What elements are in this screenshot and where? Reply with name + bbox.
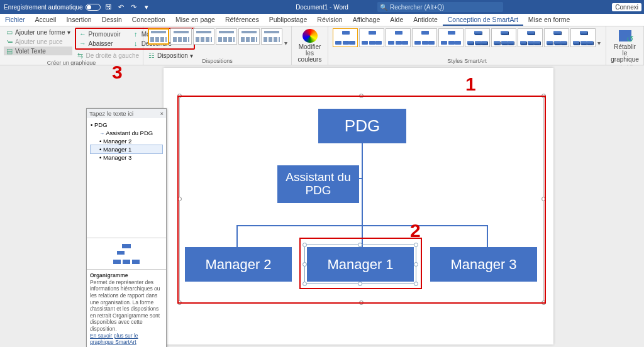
palette-icon: [303, 29, 318, 43]
group-colors: Modifier les couleurs: [292, 26, 328, 65]
text-pane-list[interactable]: PDG Assistant du PDG Manager 2 Manager 1…: [87, 118, 166, 238]
list-item[interactable]: Assistant du PDG: [91, 129, 162, 137]
style-thumb[interactable]: [465, 28, 490, 47]
list-item[interactable]: PDG: [91, 121, 162, 129]
tab-review[interactable]: Révision: [312, 14, 347, 26]
layout-thumb[interactable]: [193, 28, 214, 45]
account-button[interactable]: Connexi: [612, 3, 641, 11]
add-shape-icon: ▭: [6, 28, 13, 36]
style-thumb[interactable]: [359, 28, 384, 47]
workspace: 3 PDG Assistant du PDG Manager 2 Manager…: [0, 65, 644, 347]
undo-icon[interactable]: ↶: [117, 3, 126, 11]
tab-help[interactable]: Aide: [385, 14, 408, 26]
group-layouts: ▾ Dispositions: [143, 26, 292, 65]
style-thumb[interactable]: [518, 28, 543, 47]
style-thumb[interactable]: [544, 28, 569, 47]
annotation-box-2: [299, 238, 422, 289]
style-thumb[interactable]: [412, 28, 437, 47]
layout-thumb[interactable]: [238, 28, 260, 45]
layout-thumb[interactable]: [148, 28, 169, 45]
tab-home[interactable]: Accueil: [30, 14, 62, 26]
add-shape-button[interactable]: ▭Ajouter une forme ▾: [4, 28, 72, 36]
arrow-left-icon: ←: [79, 30, 87, 38]
tab-layout[interactable]: Mise en page: [170, 14, 220, 26]
tab-file[interactable]: Fichier: [0, 14, 30, 26]
tab-insert[interactable]: Insertion: [61, 14, 96, 26]
node-assistant[interactable]: Assistant du PDG: [277, 165, 359, 203]
list-item-selected[interactable]: Manager 1: [90, 145, 163, 154]
layout-thumb[interactable]: [261, 28, 282, 45]
document-title: Document1 - Word: [296, 4, 348, 11]
layout-thumb[interactable]: [216, 28, 237, 45]
reset-icon: ↺: [618, 29, 633, 43]
group-create-graphic: ▭Ajouter une forme ▾ ≔Ajouter une puce ▤…: [0, 26, 143, 65]
learn-more-link[interactable]: En savoir plus sur le graphique SmartArt: [90, 333, 138, 346]
add-bullet-button: ≔Ajouter une puce: [4, 37, 72, 46]
group-reset: ↺ Rétablir le graphique Rétablir: [606, 26, 644, 65]
list-item[interactable]: Manager 3: [91, 153, 162, 162]
search-box[interactable]: 🔍 Rechercher (Alt+Q): [377, 2, 503, 12]
node-pdg[interactable]: PDG: [318, 109, 406, 143]
demote-button[interactable]: →Abaisser: [77, 39, 123, 48]
smartart-frame[interactable]: PDG Assistant du PDG Manager 2 Manager 1…: [179, 96, 544, 303]
title-bar: Enregistrement automatique 🖫 ↶ ↷ ▾ Docum…: [0, 0, 644, 14]
tab-draw[interactable]: Dessin: [97, 14, 127, 26]
ribbon-tabs: Fichier Accueil Insertion Dessin Concept…: [0, 14, 644, 26]
tab-smartart-design[interactable]: Conception de SmartArt: [443, 14, 523, 26]
change-colors-button[interactable]: Modifier les couleurs: [296, 28, 324, 64]
annotation-1: 1: [465, 74, 476, 95]
rtl-icon: ⇆: [77, 52, 84, 59]
style-thumb[interactable]: [438, 28, 464, 47]
styles-more-icon[interactable]: ▾: [597, 40, 601, 47]
add-bullet-icon: ≔: [6, 38, 13, 45]
arrow-down-icon: ↓: [132, 40, 140, 47]
annotation-3: 3: [112, 62, 123, 83]
smartart-text-pane[interactable]: Tapez le texte ici × PDG Assistant du PD…: [86, 108, 167, 347]
tab-view[interactable]: Affichage: [348, 14, 386, 26]
layout-thumb[interactable]: [170, 28, 192, 45]
group-smartart-styles: ▾ Styles SmartArt: [328, 26, 606, 65]
style-thumb[interactable]: [491, 28, 516, 47]
tab-references[interactable]: Références: [220, 14, 264, 26]
text-pane-preview: [87, 238, 166, 269]
node-manager3[interactable]: Manager 3: [430, 247, 537, 282]
style-thumb[interactable]: [570, 28, 596, 47]
promote-button[interactable]: ←Promouvoir: [77, 30, 123, 38]
tab-format[interactable]: Mise en forme: [523, 14, 575, 26]
autosave-toggle[interactable]: Enregistrement automatique: [4, 4, 101, 11]
rtl-button: ⇆De droite à gauche: [75, 51, 142, 60]
arrow-right-icon: →: [79, 40, 87, 47]
tab-antidote[interactable]: Antidote: [408, 14, 443, 26]
redo-icon[interactable]: ↷: [130, 3, 138, 11]
ribbon: ▭Ajouter une forme ▾ ≔Ajouter une puce ▤…: [0, 26, 644, 65]
text-pane-icon: ▤: [6, 47, 13, 55]
tab-mailings[interactable]: Publipostage: [264, 14, 313, 26]
text-pane-description: Organigramme Permet de représenter des i…: [87, 269, 166, 347]
style-thumb[interactable]: [386, 28, 411, 47]
search-icon: 🔍: [380, 4, 387, 11]
node-manager2[interactable]: Manager 2: [185, 247, 292, 282]
annotation-2: 2: [410, 220, 421, 241]
text-pane-button[interactable]: ▤Volet Texte: [4, 47, 72, 55]
reset-graphic-button[interactable]: ↺ Rétablir le graphique: [610, 28, 640, 64]
arrow-up-icon: ↑: [132, 30, 140, 38]
style-thumb[interactable]: [333, 28, 358, 47]
tab-design[interactable]: Conception: [127, 14, 170, 26]
layouts-more-icon[interactable]: ▾: [284, 40, 287, 47]
save-icon[interactable]: 🖫: [104, 3, 113, 11]
text-pane-title: Tapez le texte ici: [89, 110, 133, 117]
qat-dropdown-icon[interactable]: ▾: [142, 3, 151, 11]
close-icon[interactable]: ×: [160, 110, 164, 117]
